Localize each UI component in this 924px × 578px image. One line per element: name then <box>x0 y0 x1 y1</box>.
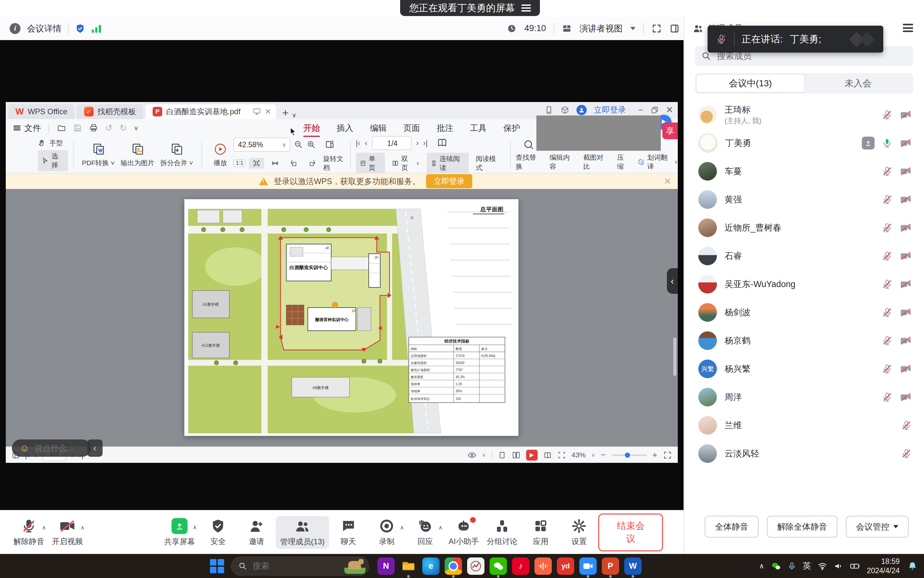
view-mode-select[interactable]: 演讲者视图 <box>579 23 622 34</box>
menu-insert[interactable]: 插入 <box>337 123 353 134</box>
camera-off-icon[interactable] <box>900 166 912 177</box>
camera-off-icon[interactable] <box>900 250 912 261</box>
breakout-rooms-button[interactable]: 分组讨论 <box>483 518 521 547</box>
volume-icon[interactable] <box>833 561 843 571</box>
book-view-icon[interactable] <box>437 138 447 148</box>
menu-tools[interactable]: 工具 <box>470 123 487 134</box>
eye-chevron-icon[interactable]: ∨ <box>482 452 486 458</box>
list-item[interactable]: 杨京鹤 <box>684 326 924 355</box>
voice-tray-icon[interactable] <box>788 562 796 571</box>
chevron-up-icon[interactable]: ∧ <box>42 524 46 531</box>
list-item[interactable]: 周洋 <box>684 383 924 411</box>
tab-document[interactable]: P 白酒酿造实训基地.pdf ✕ <box>146 104 276 119</box>
camera-off-icon[interactable] <box>900 392 912 403</box>
zoom-out-icon[interactable] <box>294 140 303 149</box>
fit-width-button[interactable] <box>267 158 283 169</box>
chevron-up-icon[interactable]: ∧ <box>438 524 443 531</box>
list-item[interactable]: 车蔓 <box>684 157 924 185</box>
next-page-icon[interactable]: › <box>416 138 419 148</box>
mic-muted-icon[interactable] <box>901 420 912 431</box>
menu-page[interactable]: 页面 <box>403 123 420 134</box>
shot-compare-label[interactable]: 截图对比 <box>583 153 608 171</box>
single-layout-icon[interactable] <box>498 451 506 459</box>
edge-icon[interactable]: e <box>422 557 439 575</box>
account-avatar[interactable] <box>577 105 587 115</box>
taskbar-clock[interactable]: 18:59 2024/4/24 <box>867 557 900 575</box>
slideshow-play-button[interactable]: ▶ <box>526 450 538 461</box>
book-layout-icon[interactable] <box>543 451 552 459</box>
quickbar-chevron-icon[interactable]: ∨ <box>134 124 138 132</box>
taskbar-search-input[interactable] <box>252 561 334 571</box>
start-video-button[interactable]: ∧ 开启视频 <box>48 518 87 547</box>
settings-button[interactable]: 设置 <box>560 518 598 547</box>
workspace-cube-icon[interactable] <box>561 106 569 115</box>
chevron-up-icon[interactable]: ∧ <box>400 524 404 531</box>
minimize-icon[interactable]: − <box>638 105 643 115</box>
fit-screen-icon[interactable] <box>558 451 566 459</box>
mic-muted-icon[interactable] <box>882 250 893 261</box>
tray-expand-icon[interactable]: ∧ <box>759 562 764 570</box>
page-number-field[interactable] <box>373 136 412 150</box>
eye-protect-icon[interactable] <box>467 451 477 459</box>
undo-icon[interactable]: ↺ <box>105 123 112 133</box>
tab-not-joined[interactable]: 未入会 <box>804 75 912 93</box>
select-tool[interactable]: 选择 <box>38 150 68 171</box>
meeting-controls-button[interactable]: 会议管控 <box>846 516 909 537</box>
tab-in-meeting[interactable]: 会议中(13) <box>696 75 804 93</box>
page-number-input[interactable] <box>372 136 412 150</box>
camera-off-icon[interactable] <box>900 194 912 205</box>
onenote-icon[interactable]: N <box>378 557 395 575</box>
tab-wps-home[interactable]: W WPS Office <box>8 104 75 119</box>
fit-page-button[interactable] <box>249 158 264 169</box>
record-button[interactable]: ∧ 录制 <box>367 518 406 547</box>
mic-active-icon[interactable] <box>882 138 893 148</box>
print-icon[interactable] <box>89 123 98 133</box>
mobile-sync-icon[interactable] <box>545 106 553 115</box>
camera-off-icon[interactable] <box>900 335 912 346</box>
invite-button[interactable]: 邀请 <box>237 518 276 547</box>
actual-size-button[interactable]: 1:1 <box>233 159 246 167</box>
new-tab-icon[interactable]: + <box>282 107 289 119</box>
start-button[interactable] <box>210 559 224 573</box>
menu-icon[interactable] <box>903 24 913 32</box>
mic-muted-icon[interactable] <box>882 392 893 403</box>
rotate-right-icon[interactable] <box>305 158 320 169</box>
hand-tool[interactable]: 手型 <box>38 138 68 148</box>
battery-icon[interactable] <box>849 561 861 571</box>
status-zoom-out[interactable]: − <box>601 450 606 460</box>
read-mode-button[interactable]: 阅读模式 <box>472 153 505 174</box>
prev-page-icon[interactable]: ‹ <box>365 138 367 148</box>
double-layout-icon[interactable] <box>512 451 520 459</box>
camera-off-icon[interactable] <box>900 364 912 374</box>
tab-docer-templates[interactable]: ✓ 找稻壳模板 <box>77 104 143 119</box>
chevron-up-icon[interactable]: ∧ <box>81 524 84 531</box>
camera-off-icon[interactable] <box>900 307 912 318</box>
first-page-icon[interactable]: |‹ <box>356 138 360 148</box>
mic-muted-icon[interactable] <box>901 448 912 459</box>
zoom-slider-thumb[interactable] <box>625 453 630 458</box>
list-item[interactable]: 吴亚东-WuYadong <box>684 270 924 298</box>
chevron-up-icon[interactable]: ∧ <box>193 524 197 531</box>
taskbar-search[interactable] <box>231 557 369 575</box>
play-button[interactable]: 播放 <box>207 143 233 167</box>
zoom-select[interactable]: 42.58%∨ <box>233 138 290 152</box>
close-tab-icon[interactable]: ✕ <box>265 107 271 116</box>
apps-button[interactable]: 应用 <box>521 518 560 547</box>
quick-chat-input[interactable] <box>34 443 83 453</box>
share-screen-button[interactable]: ∧ 共享屏幕 <box>160 518 199 547</box>
search-highlight-image[interactable] <box>344 559 365 574</box>
menu-comment[interactable]: 批注 <box>437 123 453 134</box>
reactions-button[interactable]: ∧ 回应 <box>406 518 444 547</box>
list-item[interactable]: 石睿 <box>684 242 924 270</box>
rotate-doc-label[interactable]: 旋转文档 <box>323 154 345 172</box>
menu-protect[interactable]: 保护 <box>503 123 520 134</box>
mic-muted-icon[interactable] <box>882 166 893 177</box>
mic-muted-icon[interactable] <box>882 279 893 290</box>
powerpoint-icon[interactable]: P <box>602 557 619 575</box>
camera-off-icon[interactable] <box>900 222 912 233</box>
pdf-convert-button[interactable]: PDF转换 ˅ <box>79 143 118 167</box>
single-page-button[interactable]: 单页 <box>356 153 385 174</box>
ximalaya-icon[interactable] <box>535 557 552 575</box>
continuous-read-button[interactable]: 连续阅读 <box>427 153 469 174</box>
restore-icon[interactable] <box>650 106 659 114</box>
